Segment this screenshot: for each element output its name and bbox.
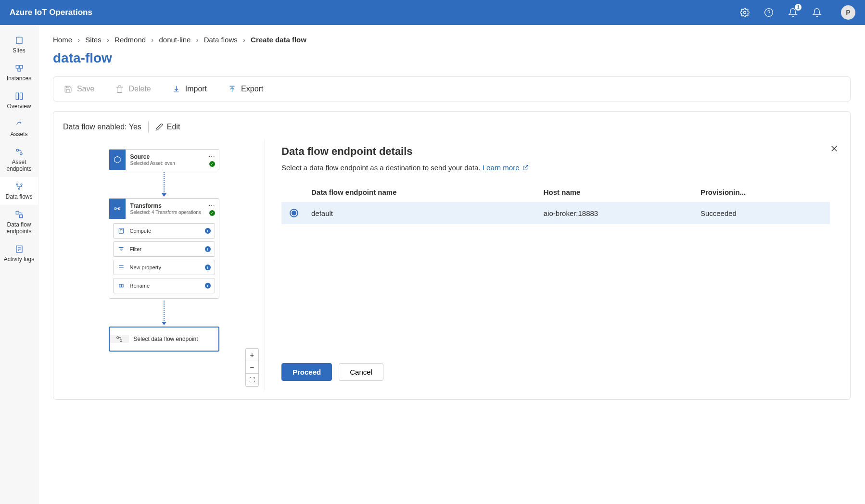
svg-point-14: [20, 153, 22, 155]
op-new-property[interactable]: New property: [113, 260, 215, 275]
op-rename[interactable]: Rename: [113, 278, 215, 293]
svg-point-0: [744, 12, 746, 14]
svg-rect-42: [121, 284, 123, 287]
status-row: Data flow enabled: Yes Edit: [63, 121, 840, 133]
source-menu-icon[interactable]: ⋯: [208, 152, 215, 160]
svg-rect-19: [19, 215, 22, 218]
sidebar-item-asset-endpoints[interactable]: Asset endpoints: [0, 142, 38, 177]
svg-rect-41: [119, 284, 121, 287]
row-radio[interactable]: [290, 209, 298, 217]
sidebar-item-label: Sites: [13, 47, 25, 54]
svg-point-16: [21, 184, 22, 185]
panel-description: Select a data flow endpoint as a destina…: [281, 164, 830, 172]
page-title: data-flow: [53, 50, 851, 66]
table-row[interactable]: default aio-broker:18883 Succeeded: [281, 202, 830, 224]
delete-icon: [115, 85, 124, 93]
breadcrumb-dataflows[interactable]: Data flows: [204, 36, 238, 44]
proceed-button[interactable]: Proceed: [281, 363, 332, 381]
settings-icon[interactable]: [738, 6, 751, 19]
select-endpoint-node[interactable]: Select data flow endpoint: [109, 327, 219, 352]
svg-rect-10: [18, 69, 21, 72]
main-content: Home › Sites › Redmond › donut-line › Da…: [38, 25, 865, 504]
connector: [164, 301, 165, 325]
zoom-fit-button[interactable]: ⛶: [246, 374, 258, 386]
svg-point-13: [16, 149, 19, 151]
filter-icon: [117, 245, 125, 253]
transforms-stripe-icon: [109, 199, 126, 219]
transforms-title: Transforms: [130, 202, 214, 209]
zoom-in-button[interactable]: +: [246, 349, 258, 361]
transforms-menu-icon[interactable]: ⋯: [208, 202, 215, 209]
header-actions: 1 P: [738, 5, 855, 20]
panel-title: Data flow endpoint details: [281, 145, 830, 158]
breadcrumb-instance[interactable]: donut-line: [159, 36, 191, 44]
compute-icon: [117, 227, 125, 235]
transforms-node[interactable]: Transforms Selected: 4 Transform operati…: [109, 198, 219, 299]
avatar[interactable]: P: [841, 5, 855, 20]
import-button[interactable]: Import: [172, 85, 207, 93]
sidebar-item-label: Instances: [7, 75, 31, 82]
edit-button[interactable]: Edit: [155, 123, 180, 131]
sidebar-item-label: Data flows: [5, 193, 32, 200]
sidebar-item-data-flows[interactable]: Data flows: [0, 177, 38, 205]
svg-line-47: [525, 165, 528, 168]
sidebar-item-sites[interactable]: Sites: [0, 31, 38, 59]
select-endpoint-label: Select data flow endpoint: [134, 336, 214, 342]
row-prov: Succeeded: [696, 202, 830, 224]
data-flows-icon: [14, 182, 24, 191]
op-filter[interactable]: Filter: [113, 241, 215, 257]
flow-canvas[interactable]: Source Selected Asset: oven ⋯: [63, 139, 265, 390]
zoom-controls: + − ⛶: [245, 348, 259, 387]
notifications-icon[interactable]: 1: [786, 6, 800, 19]
transforms-check-icon: [209, 210, 215, 216]
asset-endpoints-icon: [14, 147, 24, 157]
op-compute[interactable]: Compute: [113, 223, 215, 239]
sidebar-item-assets[interactable]: Assets: [0, 114, 38, 142]
sidebar-item-instances[interactable]: Instances: [0, 59, 38, 87]
breadcrumb-sites[interactable]: Sites: [85, 36, 101, 44]
svg-rect-9: [19, 65, 22, 68]
breadcrumb-redmond[interactable]: Redmond: [114, 36, 146, 44]
info-icon: [205, 283, 211, 289]
sites-icon: [14, 36, 24, 45]
source-stripe-icon: [109, 150, 126, 170]
svg-rect-3: [16, 37, 22, 44]
alerts-icon[interactable]: [810, 6, 824, 19]
svg-point-1: [765, 9, 773, 17]
sidebar-item-activity-logs[interactable]: Activity logs: [0, 239, 38, 267]
canvas-card: Data flow enabled: Yes Edit Source: [53, 111, 851, 400]
close-icon[interactable]: [830, 144, 839, 154]
svg-rect-11: [16, 93, 18, 100]
sidebar-item-data-flow-endpoints[interactable]: Data flow endpoints: [0, 205, 38, 239]
breadcrumb-home[interactable]: Home: [53, 36, 72, 44]
endpoint-details-panel: Data flow endpoint details Select a data…: [271, 139, 840, 390]
notification-badge: 1: [795, 4, 801, 11]
cancel-button[interactable]: Cancel: [339, 363, 383, 381]
external-link-icon: [522, 164, 529, 171]
overview-icon: [14, 91, 24, 101]
source-subtitle: Selected Asset: oven: [130, 161, 214, 166]
assets-icon: [14, 119, 24, 129]
breadcrumb: Home › Sites › Redmond › donut-line › Da…: [53, 36, 851, 44]
select-endpoint-icon: [110, 335, 129, 343]
svg-rect-31: [119, 228, 123, 234]
help-icon[interactable]: [762, 6, 776, 19]
svg-rect-29: [118, 208, 120, 210]
svg-rect-18: [16, 211, 19, 214]
zoom-out-button[interactable]: −: [246, 361, 258, 374]
sidebar-item-label: Activity logs: [4, 256, 34, 263]
rename-icon: [117, 282, 125, 290]
sidebar: Sites Instances Overview Assets Asset en…: [0, 25, 38, 504]
import-icon: [172, 85, 180, 93]
learn-more-link[interactable]: Learn more: [483, 164, 529, 172]
sidebar-item-overview[interactable]: Overview: [0, 87, 38, 114]
breadcrumb-current: Create data flow: [251, 36, 306, 44]
sidebar-item-label: Assets: [10, 131, 27, 138]
source-node[interactable]: Source Selected Asset: oven ⋯: [109, 149, 219, 170]
col-prov: Provisionin...: [696, 182, 830, 202]
export-button[interactable]: Export: [228, 85, 263, 93]
panel-footer: Proceed Cancel: [281, 355, 830, 381]
svg-point-43: [116, 337, 118, 339]
col-host: Host name: [539, 182, 696, 202]
connector: [164, 172, 165, 196]
